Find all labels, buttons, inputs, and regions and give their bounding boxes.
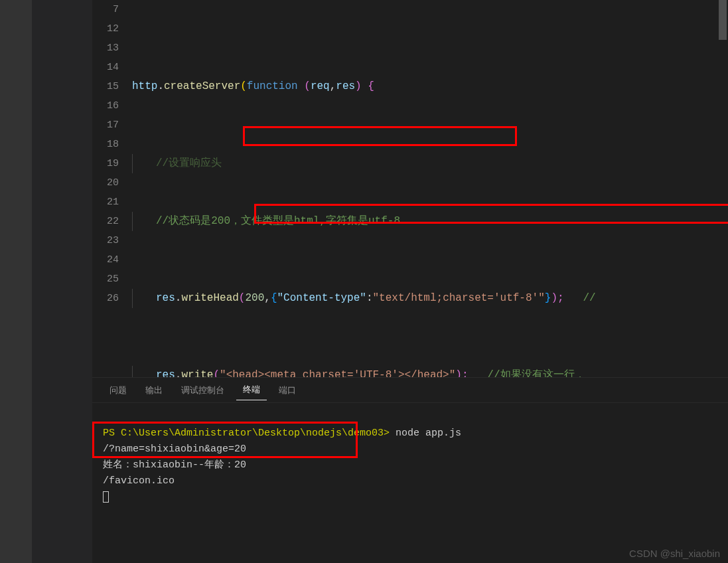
code-line: //状态码是200，文件类型是html,字符集是utf-8 <box>132 212 728 231</box>
line-number: 19 <box>92 154 119 173</box>
terminal-line: PS C:\Users\Administrator\Desktop\nodejs… <box>103 428 461 439</box>
terminal-line: /favicon.ico <box>103 475 175 487</box>
terminal-panel[interactable]: 问题 输出 调试控制台 终端 端口 PS C:\Users\Administra… <box>92 377 728 563</box>
explorer-sidebar[interactable] <box>32 0 92 563</box>
line-number: 13 <box>92 39 119 58</box>
line-number-gutter: 7 12 13 14 15 16 17 18 19 20 21 22 23 24… <box>92 0 132 377</box>
watermark-text: CSDN @shi_xiaobin <box>629 548 720 559</box>
terminal-line: /?name=shixiaobin&age=20 <box>103 443 246 455</box>
line-number: 25 <box>92 270 119 289</box>
line-number: 12 <box>92 19 119 39</box>
terminal-line: 姓名：shixiaobin--年龄：20 <box>103 459 246 471</box>
panel-tabs: 问题 输出 调试控制台 终端 端口 <box>92 378 728 403</box>
code-line: //设置响应头 <box>132 154 728 173</box>
line-number: 21 <box>92 193 119 212</box>
terminal-cursor <box>103 491 109 503</box>
tab-problems[interactable]: 问题 <box>103 380 133 400</box>
line-number: 15 <box>92 77 119 96</box>
code-line: http.createServer(function (req,res) { <box>132 77 728 96</box>
line-number: 7 <box>92 0 119 19</box>
line-number: 22 <box>92 212 119 231</box>
line-number: 17 <box>92 116 119 135</box>
code-line: res.write("<head><meta charset='UTF-8'><… <box>132 366 728 377</box>
editor-area[interactable]: 7 12 13 14 15 16 17 18 19 20 21 22 23 24… <box>92 0 728 377</box>
main-column: 7 12 13 14 15 16 17 18 19 20 21 22 23 24… <box>92 0 728 563</box>
scrollbar-thumb[interactable] <box>719 0 727 40</box>
line-number: 18 <box>92 135 119 154</box>
line-number: 20 <box>92 173 119 193</box>
line-number: 23 <box>92 231 119 250</box>
activity-bar[interactable] <box>0 0 32 563</box>
tab-terminal[interactable]: 终端 <box>236 380 267 400</box>
line-number: 14 <box>92 58 119 77</box>
tab-debug-console[interactable]: 调试控制台 <box>175 380 231 400</box>
line-number: 26 <box>92 289 119 308</box>
line-number: 16 <box>92 96 119 116</box>
tab-output[interactable]: 输出 <box>139 380 169 400</box>
tab-ports[interactable]: 端口 <box>272 380 303 400</box>
line-number: 24 <box>92 250 119 270</box>
code-content[interactable]: http.createServer(function (req,res) { /… <box>132 0 728 377</box>
code-line: res.writeHead(200,{"Content-type":"text/… <box>132 289 728 308</box>
terminal-body[interactable]: PS C:\Users\Administrator\Desktop\nodejs… <box>92 403 728 563</box>
